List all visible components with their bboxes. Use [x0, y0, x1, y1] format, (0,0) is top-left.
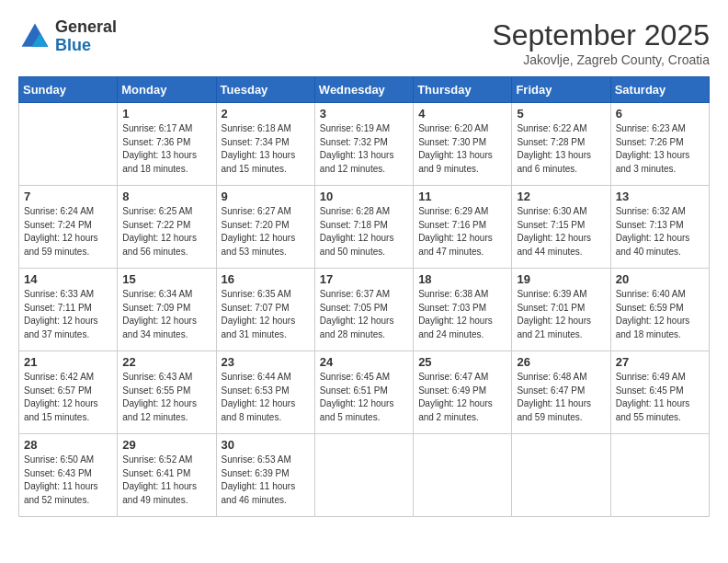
calendar-cell: 16Sunrise: 6:35 AM Sunset: 7:07 PM Dayli… — [216, 269, 314, 351]
cell-info: Sunrise: 6:52 AM Sunset: 6:41 PM Dayligh… — [122, 454, 210, 507]
day-number: 17 — [320, 272, 408, 286]
cell-info: Sunrise: 6:28 AM Sunset: 7:18 PM Dayligh… — [320, 205, 408, 259]
day-number: 28 — [24, 438, 112, 452]
cell-info: Sunrise: 6:24 AM Sunset: 7:24 PM Dayligh… — [24, 205, 112, 259]
day-number: 5 — [517, 107, 605, 121]
cell-info: Sunrise: 6:19 AM Sunset: 7:32 PM Dayligh… — [320, 122, 408, 176]
calendar-week-2: 7Sunrise: 6:24 AM Sunset: 7:24 PM Daylig… — [19, 186, 710, 269]
day-number: 6 — [616, 107, 704, 121]
logo-text: General Blue — [55, 18, 117, 55]
cell-info: Sunrise: 6:38 AM Sunset: 7:03 PM Dayligh… — [418, 288, 506, 341]
cell-info: Sunrise: 6:47 AM Sunset: 6:49 PM Dayligh… — [418, 371, 506, 424]
cell-info: Sunrise: 6:23 AM Sunset: 7:26 PM Dayligh… — [616, 122, 704, 176]
cell-info: Sunrise: 6:44 AM Sunset: 6:53 PM Dayligh… — [222, 371, 310, 424]
calendar-body: 1Sunrise: 6:17 AM Sunset: 7:36 PM Daylig… — [19, 103, 710, 517]
calendar-cell: 20Sunrise: 6:40 AM Sunset: 6:59 PM Dayli… — [610, 269, 709, 351]
cell-info: Sunrise: 6:49 AM Sunset: 6:45 PM Dayligh… — [616, 371, 704, 424]
day-number: 7 — [24, 190, 112, 203]
day-number: 18 — [418, 272, 506, 286]
cell-info: Sunrise: 6:25 AM Sunset: 7:22 PM Dayligh… — [122, 205, 210, 259]
day-number: 4 — [418, 107, 506, 121]
day-number: 1 — [122, 107, 210, 121]
cell-info: Sunrise: 6:20 AM Sunset: 7:30 PM Dayligh… — [418, 122, 506, 176]
location: Jakovlje, Zagreb County, Croatia — [492, 52, 710, 67]
cell-info: Sunrise: 6:48 AM Sunset: 6:47 PM Dayligh… — [517, 371, 605, 424]
cell-info: Sunrise: 6:53 AM Sunset: 6:39 PM Dayligh… — [222, 454, 310, 507]
calendar-week-4: 21Sunrise: 6:42 AM Sunset: 6:57 PM Dayli… — [19, 351, 710, 434]
calendar-cell: 2Sunrise: 6:18 AM Sunset: 7:34 PM Daylig… — [216, 103, 314, 186]
calendar-cell: 28Sunrise: 6:50 AM Sunset: 6:43 PM Dayli… — [19, 434, 118, 517]
calendar-cell: 14Sunrise: 6:33 AM Sunset: 7:11 PM Dayli… — [19, 269, 118, 351]
header-day-monday: Monday — [118, 77, 216, 103]
calendar-cell: 30Sunrise: 6:53 AM Sunset: 6:39 PM Dayli… — [216, 434, 314, 517]
calendar-cell: 22Sunrise: 6:43 AM Sunset: 6:55 PM Dayli… — [118, 351, 216, 434]
header-day-tuesday: Tuesday — [216, 77, 314, 103]
day-number: 8 — [122, 190, 210, 203]
cell-info: Sunrise: 6:37 AM Sunset: 7:05 PM Dayligh… — [320, 288, 408, 341]
calendar-cell: 5Sunrise: 6:22 AM Sunset: 7:28 PM Daylig… — [512, 103, 610, 186]
calendar-cell: 27Sunrise: 6:49 AM Sunset: 6:45 PM Dayli… — [610, 351, 709, 434]
day-number: 23 — [222, 355, 310, 369]
cell-info: Sunrise: 6:18 AM Sunset: 7:34 PM Dayligh… — [222, 122, 310, 176]
calendar-cell: 19Sunrise: 6:39 AM Sunset: 7:01 PM Dayli… — [512, 269, 610, 351]
calendar-cell: 1Sunrise: 6:17 AM Sunset: 7:36 PM Daylig… — [118, 103, 216, 186]
cell-info: Sunrise: 6:33 AM Sunset: 7:11 PM Dayligh… — [24, 288, 112, 341]
calendar-cell: 23Sunrise: 6:44 AM Sunset: 6:53 PM Dayli… — [216, 351, 314, 434]
calendar-cell: 25Sunrise: 6:47 AM Sunset: 6:49 PM Dayli… — [414, 351, 512, 434]
calendar-cell: 26Sunrise: 6:48 AM Sunset: 6:47 PM Dayli… — [512, 351, 610, 434]
cell-info: Sunrise: 6:34 AM Sunset: 7:09 PM Dayligh… — [122, 288, 210, 341]
day-number: 3 — [320, 107, 408, 121]
calendar-cell: 17Sunrise: 6:37 AM Sunset: 7:05 PM Dayli… — [314, 269, 413, 351]
cell-info: Sunrise: 6:40 AM Sunset: 6:59 PM Dayligh… — [616, 288, 704, 341]
day-number: 21 — [24, 355, 112, 369]
calendar-cell — [610, 434, 709, 517]
calendar-cell — [314, 434, 413, 517]
cell-info: Sunrise: 6:45 AM Sunset: 6:51 PM Dayligh… — [320, 371, 408, 424]
calendar-week-3: 14Sunrise: 6:33 AM Sunset: 7:11 PM Dayli… — [19, 269, 710, 351]
cell-info: Sunrise: 6:35 AM Sunset: 7:07 PM Dayligh… — [222, 288, 310, 341]
day-number: 9 — [222, 190, 310, 203]
cell-info: Sunrise: 6:29 AM Sunset: 7:16 PM Dayligh… — [418, 205, 506, 259]
calendar-cell: 3Sunrise: 6:19 AM Sunset: 7:32 PM Daylig… — [314, 103, 413, 186]
day-number: 11 — [418, 190, 506, 203]
calendar-cell — [414, 434, 512, 517]
cell-info: Sunrise: 6:22 AM Sunset: 7:28 PM Dayligh… — [517, 122, 605, 176]
day-number: 10 — [320, 190, 408, 203]
month-title: September 2025 — [492, 18, 710, 52]
day-number: 2 — [222, 107, 310, 121]
header-day-wednesday: Wednesday — [314, 77, 413, 103]
calendar-cell: 15Sunrise: 6:34 AM Sunset: 7:09 PM Dayli… — [118, 269, 216, 351]
cell-info: Sunrise: 6:50 AM Sunset: 6:43 PM Dayligh… — [24, 454, 112, 507]
title-block: September 2025 Jakovlje, Zagreb County, … — [492, 18, 710, 67]
calendar-header-row: SundayMondayTuesdayWednesdayThursdayFrid… — [19, 77, 710, 103]
day-number: 20 — [616, 272, 704, 286]
day-number: 26 — [517, 355, 605, 369]
calendar-cell: 18Sunrise: 6:38 AM Sunset: 7:03 PM Dayli… — [414, 269, 512, 351]
header-day-sunday: Sunday — [19, 77, 118, 103]
cell-info: Sunrise: 6:32 AM Sunset: 7:13 PM Dayligh… — [616, 205, 704, 259]
calendar-cell — [19, 103, 118, 186]
cell-info: Sunrise: 6:39 AM Sunset: 7:01 PM Dayligh… — [517, 288, 605, 341]
day-number: 27 — [616, 355, 704, 369]
day-number: 19 — [517, 272, 605, 286]
header-day-friday: Friday — [512, 77, 610, 103]
calendar-cell: 10Sunrise: 6:28 AM Sunset: 7:18 PM Dayli… — [314, 186, 413, 269]
day-number: 15 — [122, 272, 210, 286]
day-number: 22 — [122, 355, 210, 369]
cell-info: Sunrise: 6:30 AM Sunset: 7:15 PM Dayligh… — [517, 205, 605, 259]
calendar-cell: 13Sunrise: 6:32 AM Sunset: 7:13 PM Dayli… — [610, 186, 709, 269]
day-number: 30 — [222, 438, 310, 452]
cell-info: Sunrise: 6:42 AM Sunset: 6:57 PM Dayligh… — [24, 371, 112, 424]
calendar-cell: 8Sunrise: 6:25 AM Sunset: 7:22 PM Daylig… — [118, 186, 216, 269]
calendar-cell: 7Sunrise: 6:24 AM Sunset: 7:24 PM Daylig… — [19, 186, 118, 269]
header-day-saturday: Saturday — [610, 77, 709, 103]
calendar-week-5: 28Sunrise: 6:50 AM Sunset: 6:43 PM Dayli… — [19, 434, 710, 517]
calendar-cell: 29Sunrise: 6:52 AM Sunset: 6:41 PM Dayli… — [118, 434, 216, 517]
day-number: 24 — [320, 355, 408, 369]
logo-icon — [18, 20, 51, 53]
calendar-cell: 12Sunrise: 6:30 AM Sunset: 7:15 PM Dayli… — [512, 186, 610, 269]
calendar-week-1: 1Sunrise: 6:17 AM Sunset: 7:36 PM Daylig… — [19, 103, 710, 186]
calendar-cell: 6Sunrise: 6:23 AM Sunset: 7:26 PM Daylig… — [610, 103, 709, 186]
cell-info: Sunrise: 6:27 AM Sunset: 7:20 PM Dayligh… — [222, 205, 310, 259]
calendar-cell: 11Sunrise: 6:29 AM Sunset: 7:16 PM Dayli… — [414, 186, 512, 269]
